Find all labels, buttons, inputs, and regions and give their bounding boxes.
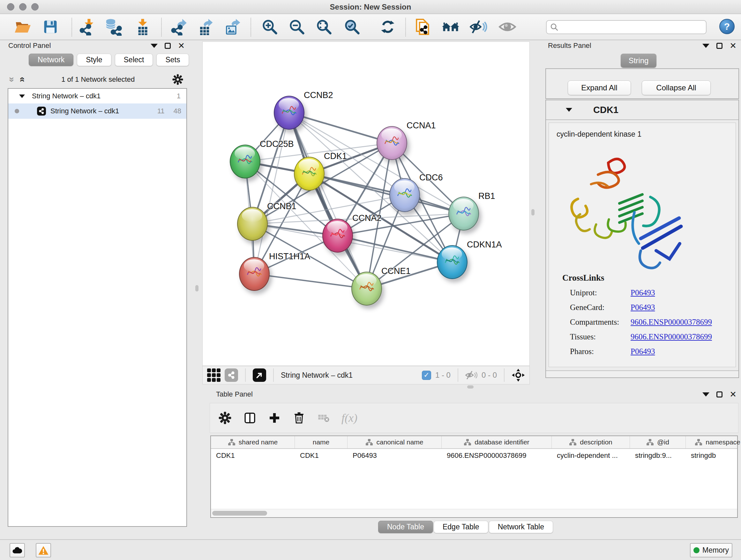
open-session-icon[interactable] — [14, 18, 31, 36]
network-node[interactable] — [448, 197, 479, 231]
export-table-icon[interactable] — [197, 18, 214, 36]
help-button[interactable]: ? — [719, 19, 735, 34]
right-splitter-handle[interactable] — [531, 209, 535, 215]
collapse-all-networks-icon[interactable]: » — [17, 77, 26, 82]
zoom-fit-content-icon[interactable] — [315, 18, 333, 36]
string-share-icon[interactable] — [225, 368, 238, 382]
collapse-panel-icon[interactable] — [702, 392, 710, 396]
refresh-view-icon[interactable] — [380, 18, 396, 35]
network-node[interactable] — [294, 157, 325, 191]
crosslink-link[interactable]: P06493 — [630, 288, 655, 297]
left-splitter-handle[interactable] — [195, 285, 199, 292]
graphics-details-toggle-icon[interactable] — [470, 18, 488, 36]
network-row[interactable]: String Network – cdk1 11 48 — [8, 104, 186, 119]
float-panel-icon[interactable] — [165, 43, 171, 49]
cloud-button[interactable] — [10, 543, 25, 557]
crosslink-link[interactable]: P06493 — [630, 303, 655, 312]
column-header[interactable]: @id — [630, 436, 686, 448]
collapse-panel-icon[interactable] — [702, 44, 710, 48]
table-cell[interactable]: CDK1 — [295, 449, 347, 462]
network-canvas[interactable]: CCNB2CCNA1CDC25BCDK1CDC6RB1CCNB1CCNA2CDK… — [202, 42, 530, 366]
string-home-icon[interactable] — [441, 17, 460, 36]
tab-network[interactable]: Network — [29, 54, 73, 66]
zoom-in-icon[interactable] — [261, 18, 278, 36]
collapse-panel-icon[interactable] — [151, 44, 158, 48]
search-input[interactable] — [559, 21, 706, 33]
warnings-button[interactable] — [36, 543, 51, 557]
table-h-scrollbar[interactable] — [211, 509, 737, 517]
network-node[interactable] — [389, 178, 420, 212]
table-cell[interactable]: P06493 — [347, 449, 442, 462]
expand-all-networks-icon[interactable]: » — [7, 77, 17, 82]
column-header[interactable]: database identifier — [442, 436, 552, 448]
import-network-from-file-icon[interactable] — [78, 18, 95, 36]
column-header[interactable]: name — [295, 436, 347, 448]
column-header[interactable]: description — [552, 436, 630, 448]
close-panel-icon[interactable]: ✕ — [730, 391, 737, 397]
collection-expander-icon[interactable] — [19, 95, 25, 98]
tab-select[interactable]: Select — [115, 54, 153, 66]
create-column-icon[interactable] — [268, 412, 281, 424]
bottom-splitter-handle[interactable] — [467, 385, 474, 388]
network-edge[interactable] — [254, 274, 367, 289]
close-panel-icon[interactable]: ✕ — [730, 43, 737, 49]
tab-node-table[interactable]: Node Table — [378, 521, 433, 533]
results-scrollbar[interactable] — [546, 370, 738, 377]
column-header[interactable]: namespace — [686, 436, 741, 448]
network-node[interactable] — [351, 272, 382, 306]
save-session-icon[interactable] — [42, 18, 59, 35]
network-node[interactable] — [230, 145, 260, 179]
network-edge[interactable] — [338, 236, 452, 262]
table-cell[interactable]: CDK1 — [211, 449, 295, 462]
table-options-gear-icon[interactable] — [218, 411, 232, 425]
zoom-out-icon[interactable] — [288, 18, 306, 36]
float-panel-icon[interactable] — [717, 391, 723, 397]
zoom-selected-icon[interactable] — [343, 18, 360, 36]
column-header[interactable]: shared name — [211, 436, 295, 448]
table-cell[interactable]: stringdb:9... — [630, 449, 686, 462]
tab-network-table[interactable]: Network Table — [489, 521, 553, 533]
export-image-icon[interactable] — [224, 18, 242, 36]
expand-all-button[interactable]: Expand All — [568, 80, 631, 95]
column-header[interactable]: canonical name — [347, 436, 442, 448]
network-node[interactable] — [377, 126, 407, 160]
crosslink-link[interactable]: 9606.ENSP00000378699 — [630, 318, 712, 327]
tab-edge-table[interactable]: Edge Table — [434, 521, 488, 533]
delete-column-icon[interactable] — [292, 411, 306, 425]
gene-entry-header[interactable]: CDK1 — [546, 100, 738, 120]
network-edge[interactable] — [289, 113, 367, 289]
table-cell[interactable]: 9606.ENSP00000378699 — [442, 449, 552, 462]
crosslink-link[interactable]: 9606.ENSP00000378699 — [630, 332, 712, 341]
network-node[interactable] — [322, 219, 353, 253]
network-options-gear-icon[interactable] — [172, 74, 184, 85]
import-table-from-file-icon[interactable] — [134, 18, 151, 36]
scrollbar-thumb[interactable] — [212, 511, 267, 516]
gene-expander-icon[interactable] — [566, 108, 572, 112]
network-collection-row[interactable]: String Network – cdk1 1 — [8, 89, 186, 104]
memory-button[interactable]: Memory — [690, 543, 732, 557]
view-grid-icon[interactable] — [207, 368, 220, 382]
show-columns-icon[interactable] — [243, 411, 257, 425]
export-network-icon[interactable] — [170, 18, 187, 36]
string-import-icon[interactable] — [414, 18, 431, 36]
network-node[interactable] — [437, 245, 468, 279]
table-row[interactable]: CDK1CDK1P064939606.ENSP00000378699cyclin… — [211, 449, 737, 462]
network-node[interactable] — [274, 96, 305, 130]
table-cell[interactable]: stringdb — [686, 449, 741, 462]
crosslink-link[interactable]: P06493 — [630, 347, 655, 356]
import-network-from-database-icon[interactable] — [105, 18, 122, 36]
close-panel-icon[interactable]: ✕ — [178, 43, 185, 49]
birds-eye-toggle-icon[interactable] — [512, 368, 525, 382]
table-cell[interactable]: cyclin-dependent ... — [552, 449, 630, 462]
network-node[interactable] — [237, 207, 268, 241]
selected-checkbox-icon[interactable]: ✓ — [422, 371, 431, 380]
network-node[interactable] — [239, 257, 270, 291]
network-edge[interactable] — [289, 113, 392, 143]
results-tab-string[interactable]: String — [621, 54, 657, 68]
birds-eye-view-icon[interactable] — [498, 17, 517, 36]
tab-style[interactable]: Style — [77, 54, 111, 66]
tab-sets[interactable]: Sets — [156, 54, 189, 66]
float-panel-icon[interactable] — [717, 43, 723, 49]
open-in-window-icon[interactable] — [253, 368, 266, 382]
collapse-all-button[interactable]: Collapse All — [642, 80, 711, 95]
